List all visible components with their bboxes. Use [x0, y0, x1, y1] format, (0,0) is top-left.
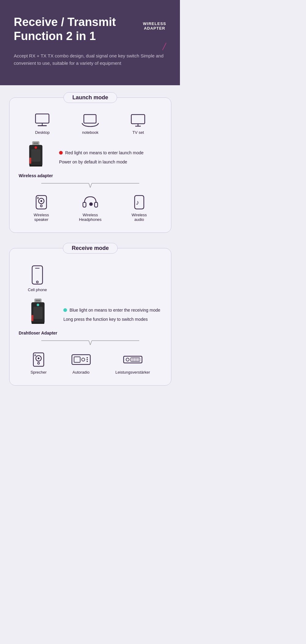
svg-rect-35 — [33, 307, 43, 319]
device-wireless-speaker: Wireless speaker — [34, 194, 49, 222]
svg-point-52 — [87, 359, 88, 360]
blue-dot — [63, 308, 67, 312]
receive-mode-card: Receive mode Cell phone — [9, 248, 171, 386]
receive-adapter-section: Drahtloser Adapter Blue light on means t… — [19, 298, 162, 335]
device-tvset: TV set — [130, 113, 147, 135]
receive-mode-label: Receive mode — [63, 243, 118, 254]
svg-point-22 — [37, 197, 39, 199]
red-dot — [59, 151, 63, 155]
svg-rect-38 — [32, 323, 44, 324]
device-wireless-audio: ♪ Wireless audio — [132, 194, 147, 222]
svg-point-11 — [35, 146, 37, 149]
desktop-label: Desktop — [35, 130, 50, 135]
launch-adapter-section: Wireless adapter Red light on means to e… — [19, 141, 162, 178]
wireless-headphones-label: Wireless Headphones — [79, 213, 102, 222]
wireless-speaker-label: Wireless speaker — [34, 213, 49, 222]
device-leistungsverstaerker: Leistungsverstärker — [115, 352, 150, 375]
svg-rect-3 — [84, 115, 96, 123]
device-cell-phone: Cell phone — [28, 265, 47, 292]
svg-point-46 — [38, 362, 39, 364]
svg-point-50 — [82, 358, 85, 361]
receive-adapter-image: Drahtloser Adapter — [19, 298, 57, 335]
launch-adapter-image: Wireless adapter — [19, 141, 53, 178]
svg-point-31 — [36, 281, 38, 283]
device-notebook: notebook — [81, 113, 99, 135]
svg-text:✦: ✦ — [89, 202, 92, 207]
notebook-label: notebook — [82, 130, 99, 135]
receive-adapter-label: Drahtloser Adapter — [19, 331, 57, 335]
tvset-label: TV set — [132, 130, 144, 135]
launch-mode-label: Launch mode — [63, 92, 117, 103]
main-content: Launch mode Desktop notebook — [0, 85, 306, 398]
svg-line-40 — [89, 341, 90, 345]
sprecher-label: Sprecher — [31, 370, 47, 375]
launch-mode-card: Launch mode Desktop notebook — [9, 97, 171, 233]
svg-point-45 — [38, 357, 39, 359]
svg-rect-4 — [131, 115, 145, 124]
leistungsverstaerker-label: Leistungsverstärker — [115, 370, 150, 375]
svg-rect-24 — [95, 202, 98, 207]
launch-info-1: Red light on means to enter launch mode — [59, 150, 162, 156]
autoradio-label: Autoradio — [73, 370, 90, 375]
svg-rect-23 — [83, 202, 86, 207]
header-description: Accept RX + TX TX combo design, dual sig… — [14, 52, 166, 67]
launch-top-devices: Desktop notebook TV set — [19, 113, 162, 135]
receive-top-device: Cell phone — [19, 265, 162, 292]
receive-adapter-info: Blue light on means to enter the receivi… — [63, 298, 162, 322]
receive-info-2: Long press the function key to switch mo… — [63, 317, 162, 323]
header-section: Receive / Transmit Function 2 in 1 WIREL… — [0, 0, 180, 85]
decorative-icon: ╱ — [162, 43, 166, 50]
wireless-audio-label: Wireless audio — [132, 213, 147, 222]
launch-adapter-label: Wireless adapter — [19, 173, 53, 178]
device-sprecher: Sprecher — [31, 352, 47, 375]
svg-point-55 — [126, 358, 129, 361]
launch-adapter-info: Red light on means to enter launch mode … — [59, 141, 162, 165]
svg-rect-33 — [35, 300, 40, 302]
header-badge: WIRELESS ADAPTER — [143, 21, 166, 31]
receive-divider — [19, 340, 162, 346]
svg-line-15 — [89, 183, 90, 188]
device-wireless-headphones: ⬢ ✦ Wireless Headphones — [79, 194, 102, 222]
svg-point-36 — [37, 304, 39, 306]
svg-rect-8 — [33, 142, 38, 144]
svg-rect-0 — [35, 114, 49, 123]
svg-rect-13 — [29, 165, 42, 166]
svg-rect-49 — [74, 357, 80, 362]
svg-rect-2 — [38, 125, 47, 126]
svg-point-21 — [40, 205, 42, 207]
svg-point-51 — [87, 357, 88, 358]
svg-line-16 — [90, 183, 92, 188]
svg-point-20 — [40, 200, 42, 202]
launch-info-2: Power on by default in launch mode — [59, 159, 162, 165]
launch-divider — [19, 183, 162, 188]
receive-bottom-devices: Sprecher Autoradio — [19, 352, 162, 375]
svg-point-53 — [87, 361, 88, 362]
svg-rect-37 — [32, 315, 33, 321]
svg-text:♪: ♪ — [136, 199, 139, 206]
device-desktop: Desktop — [34, 113, 51, 135]
svg-rect-12 — [29, 158, 31, 164]
launch-bottom-devices: Wireless speaker ⬢ ✦ Wireless Headphones — [19, 194, 162, 222]
device-autoradio: Autoradio — [70, 352, 92, 375]
svg-line-41 — [90, 341, 92, 345]
cell-phone-label: Cell phone — [28, 287, 47, 292]
svg-point-47 — [35, 355, 36, 356]
receive-info-1: Blue light on means to enter the receivi… — [63, 307, 162, 313]
svg-rect-10 — [31, 149, 40, 162]
